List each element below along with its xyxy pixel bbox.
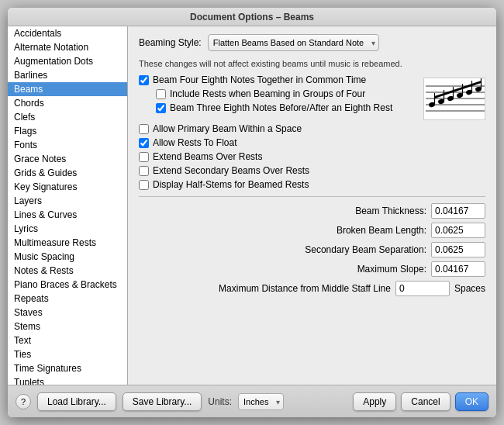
field-label-secondary-beam-sep: Secondary Beam Separation: (305, 244, 426, 255)
checkbox-row-extend-secondary-beams: Extend Secondary Beams Over Rests (139, 165, 485, 176)
field-input-secondary-beam-sep[interactable] (431, 242, 485, 257)
main-content: AccidentalsAlternate NotationAugmentatio… (8, 26, 496, 385)
field-label-maximum-slope: Maximum Slope: (357, 264, 426, 275)
field-input-beam-thickness[interactable] (431, 203, 485, 219)
sidebar-item-time-signatures[interactable]: Time Signatures (8, 361, 127, 375)
field-input-broken-beam-length[interactable] (431, 223, 485, 238)
units-label: Units: (208, 396, 232, 407)
sidebar-item-stems[interactable]: Stems (8, 320, 127, 333)
ok-button[interactable]: OK (455, 392, 488, 411)
sidebar-item-lyrics[interactable]: Lyrics (8, 222, 127, 236)
sidebar-item-staves[interactable]: Staves (8, 306, 127, 320)
footer-right: Apply Cancel OK (353, 392, 488, 411)
window-title: Document Options – Beams (190, 12, 314, 22)
sidebar-item-notes-rests[interactable]: Notes & Rests (8, 264, 127, 278)
checkbox-allow-primary-beam[interactable] (139, 124, 149, 134)
footer-left: ? Load Library... Save Library... Units:… (16, 392, 284, 411)
checkbox-include-rests[interactable] (156, 89, 166, 99)
checkbox-label-extend-beams-rests: Extend Beams Over Rests (153, 151, 262, 162)
units-select[interactable]: Inches (238, 393, 284, 410)
beaming-style-row: Beaming Style: Flatten Beams Based on St… (139, 34, 485, 51)
sidebar-item-clefs[interactable]: Clefs (8, 110, 127, 124)
sidebar-item-ties[interactable]: Ties (8, 347, 127, 361)
field-row-maximum-slope: Maximum Slope: (139, 261, 485, 277)
checkbox-extend-secondary-beams[interactable] (139, 166, 149, 176)
field-row-max-distance-middle: Maximum Distance from Middle Staff LineS… (139, 281, 485, 296)
right-panel: Beaming Style: Flatten Beams Based on St… (128, 26, 496, 385)
units-select-wrapper: Inches (238, 393, 284, 410)
help-button[interactable]: ? (16, 394, 31, 409)
footer: ? Load Library... Save Library... Units:… (8, 385, 496, 417)
sidebar-item-text[interactable]: Text (8, 333, 127, 347)
sidebar-item-augmentation-dots[interactable]: Augmentation Dots (8, 54, 127, 68)
field-row-broken-beam-length: Broken Beam Length: (139, 223, 485, 238)
field-suffix-max-distance-middle: Spaces (454, 283, 485, 294)
sidebar-item-flags[interactable]: Flags (8, 124, 127, 138)
save-library-button[interactable]: Save Library... (123, 392, 202, 411)
beaming-style-select[interactable]: Flatten Beams Based on Standard Note (208, 34, 379, 51)
checkbox-label-beam-three-eighth: Beam Three Eighth Notes Before/After an … (170, 102, 392, 113)
field-label-max-distance-middle: Maximum Distance from Middle Staff Line (219, 283, 391, 294)
sidebar-item-multimeasure-rests[interactable]: Multimeasure Rests (8, 236, 127, 250)
checkbox-allow-rests-float[interactable] (139, 138, 149, 148)
checkbox-row-allow-primary-beam: Allow Primary Beam Within a Space (139, 123, 485, 134)
checkbox-label-extend-secondary-beams: Extend Secondary Beams Over Rests (153, 165, 309, 176)
sidebar-item-layers[interactable]: Layers (8, 194, 127, 208)
checkbox-beam-four-eighth[interactable] (139, 75, 149, 85)
document-options-window: Document Options – Beams AccidentalsAlte… (8, 8, 496, 417)
checkbox-label-beam-four-eighth: Beam Four Eighth Notes Together in Commo… (153, 74, 366, 85)
sidebar-item-barlines[interactable]: Barlines (8, 68, 127, 82)
cancel-button[interactable]: Cancel (401, 392, 450, 411)
checkbox-beam-three-eighth[interactable] (156, 103, 166, 113)
notice-text: These changes will not affect existing b… (139, 59, 485, 68)
field-input-max-distance-middle[interactable] (395, 281, 450, 296)
checkbox-label-display-half-stems: Display Half-Stems for Beamed Rests (153, 179, 309, 190)
sidebar-item-music-spacing[interactable]: Music Spacing (8, 250, 127, 264)
sidebar-item-key-signatures[interactable]: Key Signatures (8, 180, 127, 194)
beaming-checkboxes-with-image: Beam Four Eighth Notes Together in Commo… (139, 74, 485, 120)
checkbox-row-include-rests: Include Rests when Beaming in Groups of … (139, 88, 416, 99)
load-library-button[interactable]: Load Library... (37, 392, 116, 411)
field-row-secondary-beam-sep: Secondary Beam Separation: (139, 242, 485, 257)
checkbox-display-half-stems[interactable] (139, 180, 149, 190)
sidebar-item-grids-guides[interactable]: Grids & Guides (8, 166, 127, 180)
sidebar: AccidentalsAlternate NotationAugmentatio… (8, 26, 128, 385)
checkbox-row-extend-beams-rests: Extend Beams Over Rests (139, 151, 485, 162)
left-checkboxes: Beam Four Eighth Notes Together in Commo… (139, 74, 416, 116)
field-input-maximum-slope[interactable] (431, 261, 485, 277)
sidebar-item-lines-curves[interactable]: Lines & Curves (8, 208, 127, 222)
sidebar-item-fonts[interactable]: Fonts (8, 138, 127, 152)
divider (139, 196, 485, 197)
checkbox-row-beam-four-eighth: Beam Four Eighth Notes Together in Commo… (139, 74, 416, 85)
checkbox-label-include-rests: Include Rests when Beaming in Groups of … (170, 88, 365, 99)
field-label-beam-thickness: Beam Thickness: (355, 206, 426, 216)
sidebar-item-chords[interactable]: Chords (8, 96, 127, 110)
checkbox-row-allow-rests-float: Allow Rests To Float (139, 137, 485, 148)
sidebar-item-alternate-notation[interactable]: Alternate Notation (8, 40, 127, 54)
checkbox-row-display-half-stems: Display Half-Stems for Beamed Rests (139, 179, 485, 190)
sidebar-item-grace-notes[interactable]: Grace Notes (8, 152, 127, 166)
sidebar-item-tuplets[interactable]: Tuplets (8, 375, 127, 385)
titlebar: Document Options – Beams (8, 8, 496, 26)
field-row-beam-thickness: Beam Thickness: (139, 203, 485, 219)
music-notation (423, 78, 485, 120)
fields-section: Beam Thickness:Broken Beam Length:Second… (139, 203, 485, 296)
beaming-style-select-wrapper: Flatten Beams Based on Standard Note (208, 34, 379, 51)
checkboxes-section: Beam Four Eighth Notes Together in Commo… (139, 74, 485, 190)
sidebar-item-beams[interactable]: Beams (8, 82, 127, 96)
sidebar-item-accidentals[interactable]: Accidentals (8, 26, 127, 40)
field-label-broken-beam-length: Broken Beam Length: (337, 225, 426, 236)
sidebar-item-piano-braces[interactable]: Piano Braces & Brackets (8, 278, 127, 292)
checkbox-extend-beams-rests[interactable] (139, 152, 149, 162)
checkbox-label-allow-primary-beam: Allow Primary Beam Within a Space (153, 123, 302, 134)
sidebar-item-repeats[interactable]: Repeats (8, 292, 127, 306)
beaming-style-label: Beaming Style: (139, 37, 202, 48)
checkbox-row-beam-three-eighth: Beam Three Eighth Notes Before/After an … (139, 102, 416, 113)
apply-button[interactable]: Apply (353, 392, 396, 411)
checkbox-label-allow-rests-float: Allow Rests To Float (153, 137, 237, 148)
